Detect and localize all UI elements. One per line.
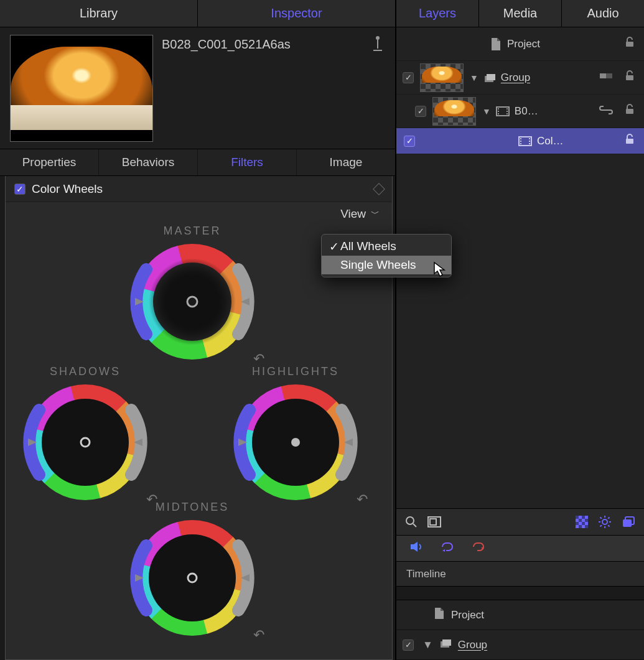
svg-rect-49 — [498, 113, 499, 114]
speaker-icon[interactable] — [410, 541, 424, 555]
layer-thumbnail — [420, 63, 464, 92]
timeline-header: Timeline — [396, 562, 644, 587]
color-wheels-header[interactable]: ✓ Color Wheels — [6, 176, 392, 202]
layer-filter-colorwheels[interactable]: ✓ Col… — [396, 128, 644, 154]
svg-point-62 — [406, 517, 414, 524]
undo-icon[interactable]: ↶ — [357, 491, 368, 508]
wheel-midtones[interactable]: MIDTONES — [124, 501, 261, 637]
frame-icon[interactable] — [427, 516, 441, 528]
layer-name: Project — [507, 38, 540, 50]
layer-clip[interactable]: ✓ ▼ B0… — [396, 95, 644, 128]
layer-name: Col… — [537, 135, 564, 147]
search-icon[interactable] — [405, 516, 418, 528]
color-wheels-area: MASTER — [6, 221, 392, 644]
subtab-properties[interactable]: Properties — [0, 149, 99, 175]
left-tabs: Library Inspector — [0, 0, 395, 27]
clip-thumbnail — [10, 35, 153, 142]
undo-icon[interactable]: ↶ — [253, 627, 264, 643]
tab-layers[interactable]: Layers — [396, 0, 479, 27]
svg-rect-52 — [506, 113, 508, 114]
subtab-behaviors[interactable]: Behaviors — [99, 149, 198, 175]
disclosure-icon[interactable]: ▼ — [470, 73, 478, 83]
layer-checkbox[interactable]: ✓ — [404, 136, 415, 147]
tab-library[interactable]: Library — [0, 0, 198, 27]
check-icon: ✓ — [328, 239, 340, 254]
svg-rect-84 — [623, 519, 632, 527]
layer-checkbox[interactable]: ✓ — [415, 106, 426, 117]
clip-name: B028_C001_0521A6as — [153, 35, 291, 52]
tab-audio[interactable]: Audio — [562, 0, 644, 27]
lock-icon[interactable] — [624, 37, 635, 51]
record-loop-icon[interactable] — [471, 541, 486, 555]
svg-rect-72 — [582, 522, 585, 525]
svg-rect-55 — [520, 138, 521, 139]
svg-rect-42 — [487, 74, 495, 80]
svg-point-36 — [149, 534, 236, 621]
layer-project[interactable]: Project — [396, 27, 644, 61]
timeline-group[interactable]: ✓ ▼ Group — [396, 630, 644, 660]
wheel-master[interactable]: MASTER — [124, 225, 261, 361]
document-icon — [434, 607, 445, 623]
layer-group[interactable]: ✓ ▼ Group — [396, 61, 644, 95]
wheel-title-shadows: SHADOWS — [17, 365, 154, 378]
pin-icon[interactable] — [371, 36, 384, 53]
svg-rect-58 — [529, 138, 530, 139]
svg-rect-60 — [529, 143, 530, 144]
view-label: View — [340, 207, 366, 221]
stack-icon — [483, 72, 496, 83]
subtab-image[interactable]: Image — [297, 149, 395, 175]
svg-rect-57 — [520, 143, 521, 144]
checker-icon[interactable] — [576, 516, 588, 528]
menu-item-label: Single Wheels — [340, 258, 416, 272]
svg-marker-87 — [442, 549, 445, 552]
tab-media[interactable]: Media — [479, 0, 562, 27]
svg-line-63 — [413, 524, 416, 527]
menu-item-label: All Wheels — [340, 239, 396, 253]
color-wheels-checkbox[interactable]: ✓ — [14, 184, 26, 195]
svg-rect-59 — [529, 141, 530, 142]
tab-inspector[interactable]: Inspector — [198, 0, 395, 27]
svg-rect-69 — [579, 519, 582, 522]
lock-icon[interactable] — [624, 134, 635, 148]
svg-point-7 — [187, 297, 197, 307]
stack-icon — [439, 638, 452, 652]
subtab-filters[interactable]: Filters — [198, 149, 297, 175]
svg-rect-53 — [626, 109, 633, 114]
svg-rect-47 — [498, 108, 499, 109]
disclosure-icon[interactable]: ▼ — [482, 106, 491, 116]
timeline-row-name: Group — [458, 639, 487, 651]
svg-rect-70 — [585, 519, 588, 522]
link-icon[interactable] — [599, 105, 613, 118]
view-menu-button[interactable]: View ﹀ — [6, 202, 392, 221]
svg-rect-65 — [430, 519, 436, 525]
layer-name: B0… — [515, 105, 538, 118]
svg-rect-51 — [506, 111, 508, 112]
lock-icon[interactable] — [624, 70, 635, 85]
menu-item-all-wheels[interactable]: ✓ All Wheels — [322, 237, 451, 256]
disclosure-icon[interactable]: ▼ — [422, 639, 433, 651]
gear-icon[interactable] — [598, 515, 612, 529]
svg-rect-71 — [576, 522, 579, 525]
loop-icon[interactable] — [440, 541, 455, 555]
layers-toolbar — [396, 508, 644, 536]
stack-icon[interactable] — [622, 516, 635, 528]
keyframe-icon[interactable] — [373, 183, 385, 195]
timeline-project[interactable]: Project — [396, 600, 644, 630]
wheel-title-master: MASTER — [124, 225, 261, 238]
svg-rect-56 — [520, 141, 521, 142]
svg-rect-48 — [498, 111, 499, 112]
layer-thumbnail — [432, 97, 476, 126]
layer-checkbox[interactable]: ✓ — [403, 72, 414, 83]
svg-line-80 — [600, 518, 602, 519]
svg-rect-43 — [600, 73, 606, 78]
wheel-shadows[interactable]: SHADOWS — [17, 365, 154, 501]
svg-rect-74 — [585, 525, 588, 528]
svg-rect-61 — [626, 139, 633, 144]
view-dropdown-menu: ✓ All Wheels Single Wheels — [321, 234, 452, 277]
svg-rect-90 — [442, 639, 451, 646]
menu-item-single-wheels[interactable]: Single Wheels — [322, 256, 451, 274]
passthrough-icon[interactable] — [599, 70, 613, 85]
lock-icon[interactable] — [624, 104, 635, 118]
timeline-checkbox[interactable]: ✓ — [403, 639, 414, 651]
wheel-highlights[interactable]: HIGHLIGHTS — [227, 365, 364, 501]
